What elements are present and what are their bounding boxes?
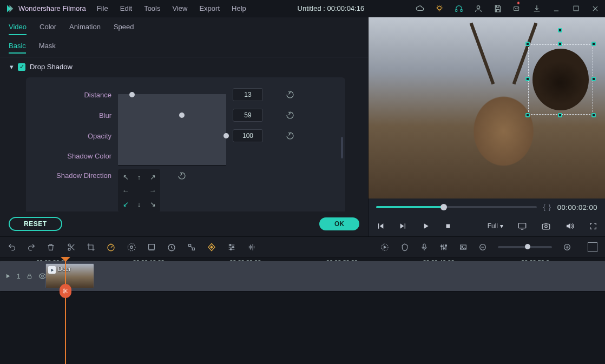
adjust-icon[interactable] <box>227 243 236 252</box>
pip-selection[interactable] <box>528 44 593 115</box>
duration-icon[interactable] <box>167 242 176 252</box>
green-screen-icon[interactable] <box>147 243 156 252</box>
redo-icon[interactable] <box>27 243 36 252</box>
collapse-caret-icon[interactable]: ▾ <box>10 63 14 71</box>
tab-video[interactable]: Video <box>9 23 27 35</box>
maximize-icon[interactable] <box>571 4 580 13</box>
svg-point-17 <box>229 244 231 246</box>
stop-icon[interactable] <box>444 222 452 230</box>
marker-icon[interactable] <box>400 243 409 252</box>
step-forward-icon[interactable] <box>399 222 407 230</box>
display-icon[interactable] <box>517 221 527 231</box>
opacity-value[interactable]: 100 <box>233 129 263 142</box>
close-icon[interactable] <box>591 4 600 13</box>
zoom-fit-icon[interactable] <box>588 242 597 252</box>
cut-handle-icon[interactable] <box>60 284 71 298</box>
crop-icon[interactable] <box>87 243 95 252</box>
mail-icon[interactable] <box>513 4 522 13</box>
play-icon[interactable] <box>422 222 430 230</box>
zoom-in-icon[interactable] <box>563 243 571 252</box>
distance-slider[interactable] <box>118 91 226 98</box>
preview-controls: Full ▾ <box>369 216 605 236</box>
dir-nw-icon[interactable]: ↖ <box>120 171 131 183</box>
undo-icon[interactable] <box>8 243 16 252</box>
resize-handle-tc[interactable] <box>558 42 562 46</box>
speed-icon[interactable] <box>106 242 116 252</box>
brace-close-icon[interactable]: } <box>549 203 551 211</box>
ok-button[interactable]: OK <box>319 217 359 230</box>
menu-export[interactable]: Export <box>199 4 220 12</box>
rotate-handle[interactable] <box>558 28 562 32</box>
account-icon[interactable] <box>474 4 483 13</box>
preview-viewport[interactable] <box>369 17 605 198</box>
dir-ne-icon[interactable]: ↗ <box>147 171 159 183</box>
track-1-body[interactable]: Deer <box>44 280 605 291</box>
menu-tools[interactable]: Tools <box>144 4 160 12</box>
keyframe-icon[interactable] <box>207 242 216 252</box>
menu-file[interactable]: File <box>97 4 108 12</box>
quality-select[interactable]: Full ▾ <box>488 222 503 230</box>
direction-grid[interactable]: ↖ ↑ ↗ ← → ↙ ↓ ↘ <box>118 169 160 211</box>
blur-reset-icon[interactable] <box>286 111 294 120</box>
opacity-reset-icon[interactable] <box>286 131 294 140</box>
resize-handle-lc[interactable] <box>525 77 530 81</box>
save-icon[interactable] <box>494 4 502 13</box>
brace-open-icon[interactable]: { <box>543 203 545 211</box>
tab-color[interactable]: Color <box>40 23 56 35</box>
menu-view[interactable]: View <box>172 4 187 12</box>
download-icon[interactable] <box>532 4 541 13</box>
render-icon[interactable] <box>380 242 390 252</box>
color-match-icon[interactable] <box>127 242 136 252</box>
resize-handle-tr[interactable] <box>591 42 596 46</box>
record-voiceover-icon[interactable] <box>420 243 429 252</box>
dir-sw-icon[interactable]: ↙ <box>120 198 131 210</box>
menu-help[interactable]: Help <box>232 4 246 12</box>
snapshot-icon[interactable] <box>541 221 551 231</box>
dir-s-icon[interactable]: ↓ <box>133 198 145 210</box>
scrollbar[interactable] <box>341 137 343 158</box>
minimize-icon[interactable] <box>552 4 561 13</box>
headphones-icon[interactable] <box>455 4 463 13</box>
resize-handle-br[interactable] <box>591 113 596 117</box>
opacity-slider[interactable] <box>118 132 226 140</box>
split-icon[interactable] <box>67 243 76 252</box>
zoom-out-icon[interactable] <box>478 243 487 252</box>
step-back-icon[interactable] <box>376 222 385 230</box>
thumbnail-icon[interactable] <box>459 243 468 252</box>
dir-e-icon[interactable]: → <box>147 184 159 196</box>
dir-w-icon[interactable]: ← <box>120 184 131 196</box>
tab-basic[interactable]: Basic <box>9 42 26 54</box>
distance-reset-icon[interactable] <box>286 90 294 99</box>
delete-icon[interactable] <box>47 243 55 252</box>
lightbulb-icon[interactable] <box>435 4 444 13</box>
volume-icon[interactable] <box>565 221 575 231</box>
fullscreen-icon[interactable] <box>589 222 597 230</box>
drop-shadow-header[interactable]: ▾ ✓ Drop Shadow <box>10 63 358 71</box>
tab-animation[interactable]: Animation <box>69 23 101 35</box>
cloud-icon[interactable] <box>416 4 424 13</box>
resize-handle-bl[interactable] <box>525 113 530 117</box>
blur-slider[interactable] <box>118 111 226 119</box>
playhead[interactable] <box>65 258 66 364</box>
tab-speed[interactable]: Speed <box>114 23 134 35</box>
shadow-direction-reset-icon[interactable] <box>177 169 186 180</box>
detach-icon[interactable] <box>187 243 196 252</box>
resize-handle-tl[interactable] <box>525 42 530 46</box>
resize-handle-bc[interactable] <box>558 113 562 117</box>
drop-shadow-checkbox[interactable]: ✓ <box>18 63 25 71</box>
tab-mask[interactable]: Mask <box>39 42 56 54</box>
mixer-icon[interactable] <box>439 243 448 252</box>
resize-handle-rc[interactable] <box>591 77 596 81</box>
distance-value[interactable]: 13 <box>233 88 263 101</box>
preview-progress[interactable] <box>376 206 537 208</box>
svg-rect-22 <box>441 246 443 247</box>
dir-n-icon[interactable]: ↑ <box>133 171 145 183</box>
audio-wave-icon[interactable] <box>247 242 257 252</box>
zoom-slider[interactable] <box>498 246 552 248</box>
dir-center[interactable] <box>133 184 145 196</box>
dir-se-icon[interactable]: ↘ <box>147 198 159 210</box>
properties-buttons: RESET OK <box>0 211 368 236</box>
blur-value[interactable]: 59 <box>233 109 263 122</box>
menu-edit[interactable]: Edit <box>120 4 132 12</box>
reset-button[interactable]: RESET <box>9 217 62 231</box>
